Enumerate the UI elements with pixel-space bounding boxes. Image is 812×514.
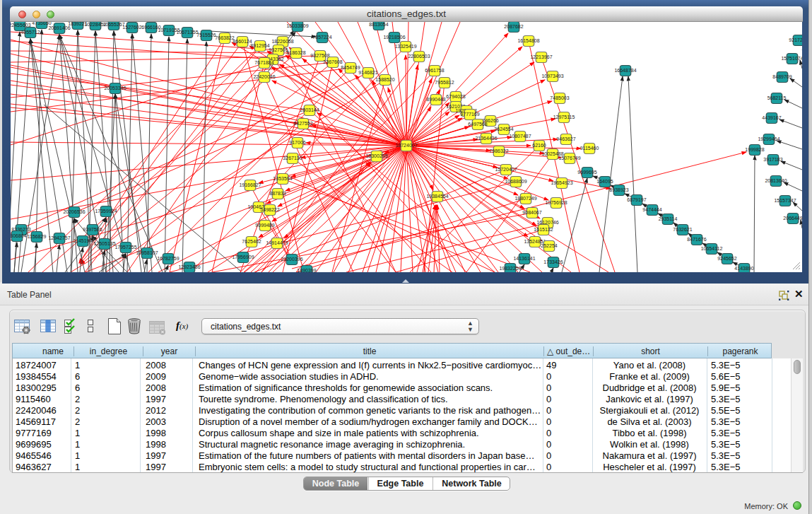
svg-text:22806503: 22806503 — [408, 54, 430, 59]
svg-text:6497568: 6497568 — [468, 122, 487, 127]
svg-text:9397586: 9397586 — [83, 227, 102, 232]
svg-text:6961758: 6961758 — [425, 68, 444, 73]
svg-text:4439167: 4439167 — [762, 115, 781, 120]
svg-text:2367608: 2367608 — [323, 59, 342, 64]
svg-text:22420046: 22420046 — [253, 74, 275, 79]
svg-text:3624554: 3624554 — [494, 127, 513, 132]
svg-text:10973493: 10973493 — [541, 74, 563, 78]
svg-text:16033809: 16033809 — [286, 23, 308, 28]
svg-text:16648784: 16648784 — [614, 68, 636, 73]
svg-text:3917183: 3917183 — [763, 157, 782, 162]
svg-text:15751074: 15751074 — [781, 56, 802, 61]
svg-text:10756928: 10756928 — [545, 200, 567, 205]
svg-text:1353594: 1353594 — [273, 176, 292, 181]
svg-text:9699695: 9699695 — [577, 170, 596, 175]
svg-text:14914479: 14914479 — [266, 240, 288, 245]
svg-text:15720407: 15720407 — [495, 167, 517, 172]
svg-text:9115460: 9115460 — [580, 146, 599, 151]
svg-text:7986322: 7986322 — [489, 148, 508, 153]
svg-text:17957255: 17957255 — [114, 245, 136, 250]
svg-text:19654923: 19654923 — [551, 180, 572, 185]
svg-text:13325419: 13325419 — [394, 44, 416, 49]
svg-text:62160: 62160 — [532, 143, 546, 148]
svg-text:9463627: 9463627 — [556, 136, 575, 141]
svg-text:2803144: 2803144 — [300, 107, 319, 112]
svg-text:164095: 164095 — [596, 179, 613, 184]
svg-text:18300295: 18300295 — [365, 153, 387, 158]
svg-text:10654112: 10654112 — [701, 246, 723, 251]
svg-text:4143890: 4143890 — [734, 266, 753, 271]
svg-text:9084067: 9084067 — [522, 210, 541, 215]
svg-text:18226058: 18226058 — [271, 39, 293, 44]
svg-text:5498222: 5498222 — [260, 207, 279, 212]
svg-text:17359924: 17359924 — [95, 209, 117, 214]
svg-text:887833: 887833 — [269, 191, 286, 196]
svg-text:9146821: 9146821 — [358, 70, 377, 75]
svg-text:10655267: 10655267 — [102, 22, 124, 27]
svg-text:7485003: 7485003 — [550, 95, 569, 100]
svg-text:16782759: 16782759 — [157, 256, 179, 261]
svg-text:9245652: 9245652 — [717, 256, 736, 261]
svg-text:5682115: 5682115 — [767, 95, 787, 100]
svg-text:2087682: 2087682 — [504, 24, 523, 29]
svg-text:3267130: 3267130 — [283, 156, 302, 160]
svg-text:1527602: 1527602 — [122, 25, 141, 30]
svg-text:7955812: 7955812 — [435, 80, 454, 85]
svg-text:20053346: 20053346 — [104, 86, 126, 90]
svg-text:4055712: 4055712 — [20, 30, 40, 35]
svg-text:8186328: 8186328 — [286, 50, 305, 55]
svg-text:16154808: 16154808 — [517, 38, 539, 43]
svg-text:12942757: 12942757 — [48, 235, 70, 240]
svg-text:7625402: 7625402 — [242, 239, 261, 244]
svg-text:1156829: 1156829 — [28, 234, 47, 239]
svg-text:252254: 252254 — [541, 243, 557, 248]
svg-text:19384554: 19384554 — [426, 194, 448, 199]
svg-text:8489709: 8489709 — [772, 74, 792, 79]
svg-text:20691406: 20691406 — [48, 25, 70, 30]
svg-text:9777169: 9777169 — [460, 112, 479, 117]
svg-text:20813640: 20813640 — [765, 178, 787, 183]
svg-text:19832259: 19832259 — [499, 266, 521, 271]
svg-text:7857224: 7857224 — [312, 35, 331, 40]
svg-text:1890399: 1890399 — [297, 268, 316, 272]
svg-text:8990448: 8990448 — [426, 97, 445, 102]
svg-text:2066449: 2066449 — [783, 216, 802, 221]
svg-text:19166827: 19166827 — [239, 182, 261, 187]
svg-text:10671355: 10671355 — [176, 30, 198, 35]
svg-text:1999828: 1999828 — [745, 147, 764, 152]
svg-text:18724007: 18724007 — [395, 143, 417, 148]
svg-text:19218506: 19218506 — [383, 35, 405, 40]
svg-text:8813054: 8813054 — [369, 22, 388, 27]
svg-text:12923486: 12923486 — [178, 264, 200, 269]
svg-text:8912954: 8912954 — [250, 43, 269, 48]
svg-text:8660124: 8660124 — [233, 39, 252, 44]
svg-text:10958107: 10958107 — [136, 250, 158, 255]
svg-text:15076749: 15076749 — [558, 156, 580, 160]
svg-text:8938923: 8938923 — [609, 187, 628, 192]
svg-text:19299464: 19299464 — [758, 136, 779, 141]
svg-text:7632621: 7632621 — [673, 227, 692, 232]
svg-text:8471676: 8471676 — [687, 237, 706, 242]
svg-text:12213967: 12213967 — [530, 54, 552, 59]
svg-text:6879197: 6879197 — [627, 197, 646, 202]
svg-text:21364436: 21364436 — [475, 136, 497, 141]
svg-text:15157347: 15157347 — [774, 198, 796, 203]
svg-text:9217207: 9217207 — [789, 37, 802, 42]
svg-text:917006: 917006 — [289, 140, 305, 145]
svg-text:12975115: 12975115 — [553, 115, 575, 119]
svg-text:2935114: 2935114 — [659, 216, 678, 221]
svg-text:1615132: 1615132 — [534, 227, 553, 232]
svg-text:9327508: 9327508 — [310, 53, 329, 58]
svg-text:7671884: 7671884 — [254, 60, 273, 65]
svg-text:8427552: 8427552 — [293, 121, 312, 126]
svg-text:7515526: 7515526 — [196, 33, 216, 37]
svg-text:14136141: 14136141 — [513, 256, 535, 261]
svg-text:6794028: 6794028 — [446, 94, 465, 99]
svg-text:8454749: 8454749 — [341, 65, 360, 70]
svg-text:1588520: 1588520 — [375, 77, 394, 82]
svg-text:10807487: 10807487 — [509, 134, 531, 139]
svg-text:21200396: 21200396 — [281, 257, 302, 262]
svg-text:7663822: 7663822 — [215, 35, 234, 40]
svg-text:8806804: 8806804 — [11, 233, 27, 238]
svg-text:17956909: 17956909 — [232, 255, 254, 259]
